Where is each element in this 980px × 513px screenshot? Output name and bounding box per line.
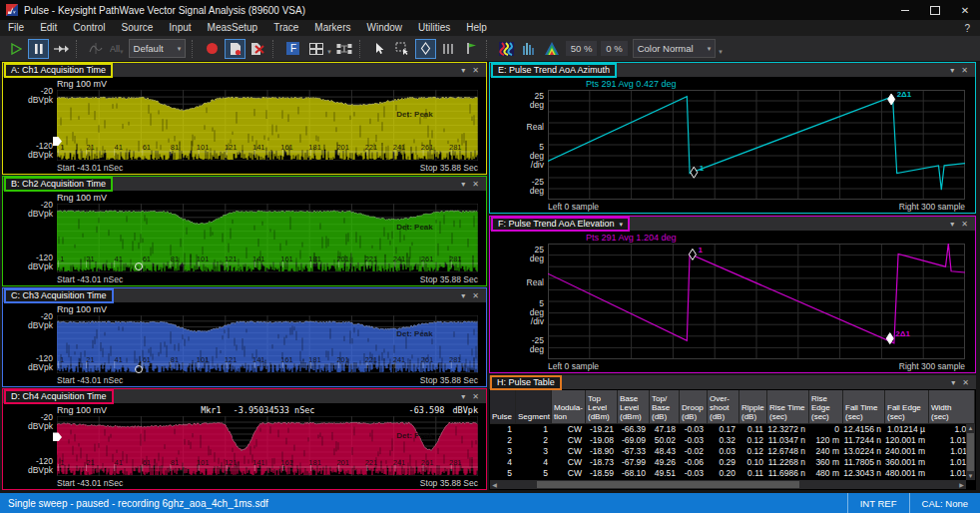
tab-f-trend[interactable]: F: Pulse Trend AoA Elevation▾	[491, 217, 630, 232]
column-header-base-level-dbm[interactable]: Base Level (dBm)	[618, 390, 650, 424]
menu-edit[interactable]: Edit	[32, 20, 65, 36]
collapse-icon[interactable]: ▾	[461, 66, 465, 75]
menu-file[interactable]: File	[0, 20, 32, 36]
column-header-segment[interactable]: Segment	[516, 390, 552, 424]
density-button[interactable]	[542, 39, 563, 59]
column-header-fall-edge-sec[interactable]: Fall Edge (sec)	[885, 390, 929, 424]
minimize-button[interactable]	[890, 0, 920, 20]
tab-a-acquisition-time[interactable]: A: Ch1 Acquisition Time	[4, 63, 113, 78]
spectrum-color-button[interactable]	[496, 39, 517, 59]
tab-pulse-table[interactable]: H: Pulse Table	[490, 375, 562, 390]
reference-status[interactable]: INT REF	[847, 493, 909, 513]
column-header-modula-tion[interactable]: Modula- tion	[552, 390, 586, 424]
scroll-right-icon[interactable]: ▶	[957, 481, 966, 488]
close-icon[interactable]: ✕	[961, 220, 968, 229]
column-header-fall-time-sec[interactable]: Fall Time (sec)	[843, 390, 885, 424]
layout-caret[interactable]: ▾	[327, 48, 331, 56]
table-row[interactable]: 22CW-19.08-69.0950.02-0.030.320.1211.034…	[490, 435, 975, 446]
trend-plot[interactable]: 12Δ1	[548, 244, 965, 359]
panel-header-bar: F: Pulse Trend AoA Elevation▾▾✕	[490, 217, 975, 231]
column-header-over-shoot-db[interactable]: Over- shoot (dB)	[708, 390, 739, 424]
menu-window[interactable]: Window	[358, 20, 410, 36]
trace-plot[interactable]: 121416181101121141161181201221241261281	[57, 416, 478, 476]
scroll-thumb[interactable]	[967, 433, 974, 471]
column-header-ripple-db[interactable]: Ripple (dB)	[739, 390, 767, 424]
collapse-icon[interactable]: ▾	[950, 220, 954, 229]
column-header-pulse[interactable]: Pulse	[490, 390, 516, 424]
scroll-left-icon[interactable]: ◀	[490, 481, 499, 488]
menu-input[interactable]: Input	[161, 20, 199, 36]
trend-plot[interactable]: 12Δ1	[548, 90, 965, 200]
menu-help[interactable]: Help	[458, 20, 495, 36]
collapse-icon[interactable]: ▾	[461, 392, 465, 401]
column-header-width-sec[interactable]: Width (sec)	[929, 390, 975, 424]
menu-markers[interactable]: Markers	[306, 20, 358, 36]
trace-percent[interactable]: 0 %	[601, 41, 627, 56]
marker-button[interactable]	[415, 39, 436, 59]
peak-flag-icon	[465, 42, 478, 55]
color-mode-select[interactable]: Color Normal ▾	[633, 39, 716, 58]
spectrogram-button[interactable]	[519, 39, 540, 59]
close-icon[interactable]: ✕	[472, 180, 479, 189]
tab-d-acquisition-time[interactable]: D: Ch4 Acquisition Time	[4, 389, 114, 404]
format-button[interactable]: F	[282, 39, 303, 59]
marker-peak-button[interactable]	[461, 39, 482, 59]
column-header-droop-db[interactable]: Droop (dB)	[680, 390, 708, 424]
table-row[interactable]: 11CW-19.21-66.3947.18-0.030.170.1112.327…	[490, 424, 975, 435]
trace-plot[interactable]: 121416181101121141161181201221241261281	[57, 90, 478, 161]
vertical-scrollbar[interactable]: ▲▼	[966, 424, 975, 480]
tab-c-acquisition-time[interactable]: C: Ch3 Acquisition Time	[4, 288, 114, 303]
record-button[interactable]	[202, 39, 223, 59]
collapse-icon[interactable]: ▾	[951, 378, 955, 387]
horizontal-scrollbar[interactable]: ◀▶	[490, 480, 966, 489]
zoom-select-button[interactable]	[392, 39, 413, 59]
discard-recording-button[interactable]	[247, 39, 268, 59]
table-row[interactable]: 33CW-18.90-67.3348.43-0.020.030.1212.674…	[490, 446, 975, 457]
column-header-top-level-dbm[interactable]: Top Level (dBm)	[586, 390, 618, 424]
table-row[interactable]: 55CW-18.59-68.1049.51-0.030.200.1111.698…	[490, 468, 975, 479]
trace-plot[interactable]: 121416181101121141161181201221241261281	[57, 315, 478, 373]
measurement-setup-button[interactable]	[334, 39, 355, 59]
table-row[interactable]: 44CW-18.73-67.9949.26-0.060.290.1011.226…	[490, 457, 975, 468]
pointer-button[interactable]	[369, 39, 390, 59]
recording-file-button[interactable]	[225, 39, 245, 59]
collapse-icon[interactable]: ▾	[461, 291, 465, 300]
column-header-top-base-db[interactable]: Top/ Base (dB)	[650, 390, 680, 424]
x-axis-left-label: Left 0 sample	[548, 202, 599, 212]
calibration-status[interactable]: CAL: None	[909, 493, 980, 513]
menu-source[interactable]: Source	[114, 20, 162, 36]
help-icon[interactable]: ?	[964, 23, 970, 34]
menu-meassetup[interactable]: MeasSetup	[200, 20, 266, 36]
scroll-thumb[interactable]	[537, 481, 798, 488]
toolbar-overflow[interactable]: ▾	[719, 48, 723, 56]
marker-lines-button[interactable]	[438, 39, 459, 59]
single-step-button[interactable]	[51, 39, 72, 59]
menu-utilities[interactable]: Utilities	[410, 20, 458, 36]
marker1-indicator[interactable]	[135, 365, 143, 373]
menu-trace[interactable]: Trace	[265, 20, 306, 36]
close-icon[interactable]: ✕	[961, 66, 968, 75]
close-icon[interactable]: ✕	[472, 66, 479, 75]
scroll-up-icon[interactable]: ▲	[968, 424, 974, 432]
pause-button[interactable]	[28, 39, 49, 59]
zoom-percent[interactable]: 50 %	[566, 41, 598, 56]
tab-b-acquisition-time[interactable]: B: Ch2 Acquisition Time	[4, 177, 113, 192]
close-button[interactable]: ✕	[950, 0, 980, 20]
window-layout-button[interactable]	[305, 39, 326, 59]
close-icon[interactable]: ✕	[472, 291, 479, 300]
preset-select[interactable]: Default ▾	[129, 39, 187, 58]
maximize-button[interactable]	[920, 0, 950, 20]
close-icon[interactable]: ✕	[962, 378, 969, 387]
column-header-rise-time-sec[interactable]: Rise Time (sec)	[767, 390, 809, 424]
collapse-icon[interactable]: ▾	[461, 180, 465, 189]
menu-control[interactable]: Control	[65, 20, 113, 36]
trace-plot[interactable]: 121416181101121141161181201221241261281	[57, 204, 478, 272]
scroll-down-icon[interactable]: ▼	[968, 472, 974, 480]
close-icon[interactable]: ✕	[472, 392, 479, 401]
play-button[interactable]	[5, 39, 26, 59]
column-header-rise-edge-sec[interactable]: Rise Edge (sec)	[809, 390, 843, 424]
tab-dropdown-caret[interactable]: ▾	[620, 220, 624, 229]
tab-e-trend[interactable]: E: Pulse Trend AoA Azimuth	[491, 63, 617, 78]
collapse-icon[interactable]: ▾	[950, 66, 954, 75]
x-axis-stop-label: Stop 35.88 Sec	[420, 163, 478, 173]
